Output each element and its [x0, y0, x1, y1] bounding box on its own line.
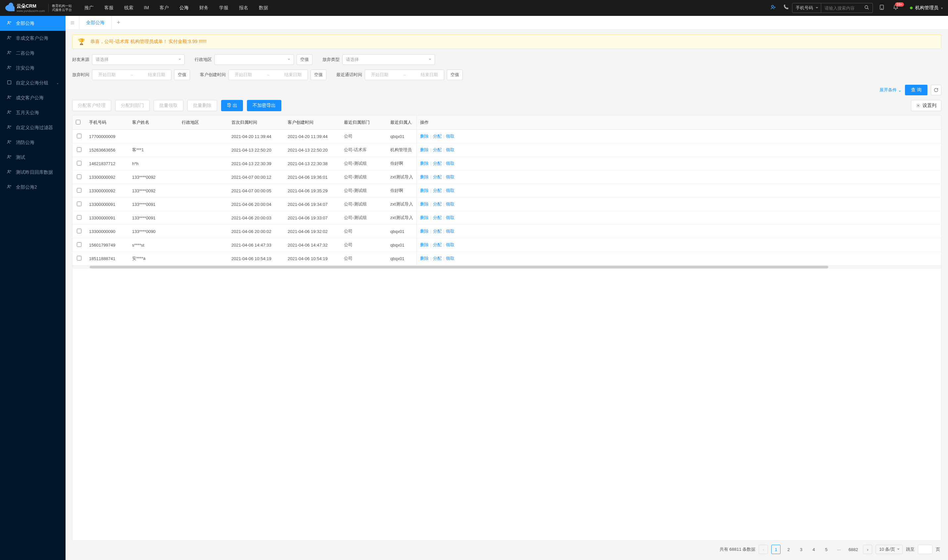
expand-filters-link[interactable]: 展开条件 ⌄ — [879, 87, 902, 93]
row-checkbox[interactable] — [77, 256, 82, 260]
claim-link[interactable]: 领取 — [446, 229, 454, 234]
nav-item-4[interactable]: 客户 — [155, 1, 174, 15]
claim-link[interactable]: 领取 — [446, 161, 454, 166]
row-checkbox[interactable] — [77, 161, 82, 166]
sidebar-item-10[interactable]: 测试昨日回库数据 — [0, 165, 66, 180]
sidebar-item-6[interactable]: 五月天公海 — [0, 105, 66, 120]
region-select[interactable] — [214, 54, 294, 65]
phone-icon[interactable] — [780, 0, 792, 15]
sidebar-item-5[interactable]: 成交客户公海 — [0, 90, 66, 105]
assign-link[interactable]: 分配 — [433, 188, 442, 193]
nav-item-8[interactable]: 报名 — [234, 1, 253, 15]
user-add-icon[interactable] — [767, 0, 780, 15]
delete-link[interactable]: 删除 — [420, 229, 429, 234]
nav-item-1[interactable]: 客服 — [100, 1, 118, 15]
columns-settings-button[interactable]: 设置列 — [911, 100, 941, 111]
assign-link[interactable]: 分配 — [433, 242, 442, 247]
horizontal-scrollbar[interactable] — [72, 265, 941, 269]
page-5-button[interactable]: 5 — [822, 545, 831, 554]
export-raw-button[interactable]: 不加密导出 — [247, 100, 282, 111]
sidebar-item-7[interactable]: 自定义公海过滤器 — [0, 120, 66, 135]
next-page-button[interactable]: › — [863, 545, 872, 554]
create-time-range[interactable]: 开始日期 ~ 结束日期 — [228, 69, 308, 80]
call-time-range[interactable]: 开始日期 ~ 结束日期 — [365, 69, 444, 80]
delete-link[interactable]: 删除 — [420, 161, 429, 166]
row-checkbox[interactable] — [77, 229, 82, 233]
assign-link[interactable]: 分配 — [433, 256, 442, 261]
page-last-button[interactable]: 6882 — [847, 545, 860, 554]
claim-link[interactable]: 领取 — [446, 202, 454, 206]
search-icon[interactable] — [861, 5, 873, 11]
assign-link[interactable]: 分配 — [433, 215, 442, 220]
nav-item-3[interactable]: IM — [139, 1, 154, 15]
page-ellipsis[interactable]: ··· — [834, 545, 843, 554]
tabs-menu-icon[interactable] — [66, 16, 80, 29]
tab-all-public[interactable]: 全部公海 — [80, 16, 112, 29]
row-checkbox[interactable] — [77, 202, 82, 206]
assign-manager-button[interactable]: 分配客户经理 — [72, 100, 111, 111]
row-checkbox[interactable] — [77, 215, 82, 220]
row-checkbox[interactable] — [77, 174, 82, 179]
assign-link[interactable]: 分配 — [433, 202, 442, 206]
claim-link[interactable]: 领取 — [446, 256, 454, 261]
assign-link[interactable]: 分配 — [433, 134, 442, 138]
claim-link[interactable]: 领取 — [446, 174, 454, 179]
sidebar-item-1[interactable]: 非成交客户公海 — [0, 31, 66, 46]
claim-link[interactable]: 领取 — [446, 147, 454, 152]
scrollbar-thumb[interactable] — [90, 266, 828, 268]
tab-add-button[interactable]: + — [112, 16, 125, 29]
delete-link[interactable]: 删除 — [420, 188, 429, 193]
abandon-time-range[interactable]: 开始日期 ~ 结束日期 — [92, 69, 171, 80]
sidebar-item-9[interactable]: 测试 — [0, 150, 66, 165]
row-checkbox[interactable] — [77, 134, 82, 138]
user-menu[interactable]: 机构管理员 ▾ — [905, 5, 943, 11]
call-time-empty-button[interactable]: 空值 — [447, 69, 463, 80]
row-checkbox[interactable] — [77, 242, 82, 247]
page-3-button[interactable]: 3 — [796, 545, 806, 554]
search-type-select[interactable]: 手机号码 — [793, 3, 821, 12]
nav-item-2[interactable]: 线索 — [120, 1, 138, 15]
select-all-checkbox[interactable] — [76, 120, 80, 125]
batch-delete-button[interactable]: 批量删除 — [187, 100, 217, 111]
sidebar-item-0[interactable]: 全部公海 — [0, 16, 66, 31]
batch-claim-button[interactable]: 批量领取 — [154, 100, 183, 111]
sidebar-item-4[interactable]: 自定义公海分组⌄ — [0, 75, 66, 90]
bell-icon[interactable]: 99+ — [891, 4, 901, 12]
nav-item-6[interactable]: 财务 — [195, 1, 213, 15]
tablet-icon[interactable] — [877, 4, 887, 12]
sidebar-item-8[interactable]: 消防公海 — [0, 135, 66, 150]
claim-link[interactable]: 领取 — [446, 134, 454, 138]
jump-page-input[interactable] — [918, 545, 933, 554]
delete-link[interactable]: 删除 — [420, 256, 429, 261]
export-button[interactable]: 导 出 — [221, 100, 243, 111]
nav-item-9[interactable]: 数据 — [254, 1, 273, 15]
assign-link[interactable]: 分配 — [433, 229, 442, 234]
assign-link[interactable]: 分配 — [433, 147, 442, 152]
nav-item-7[interactable]: 学服 — [214, 1, 233, 15]
sidebar-item-11[interactable]: 全部公海2 — [0, 180, 66, 195]
assign-link[interactable]: 分配 — [433, 174, 442, 179]
claim-link[interactable]: 领取 — [446, 215, 454, 220]
query-button[interactable]: 查 询 — [905, 85, 928, 95]
region-empty-button[interactable]: 空值 — [297, 54, 312, 65]
page-2-button[interactable]: 2 — [784, 545, 793, 554]
claim-link[interactable]: 领取 — [446, 188, 454, 193]
nav-item-0[interactable]: 推广 — [80, 1, 98, 15]
nav-item-5[interactable]: 公海 — [175, 1, 193, 15]
abandon-type-select[interactable]: 请选择 — [342, 54, 435, 65]
page-size-select[interactable]: 10 条/页 — [876, 545, 903, 554]
friend-source-select[interactable]: 请选择 — [92, 54, 185, 65]
claim-link[interactable]: 领取 — [446, 242, 454, 247]
create-time-empty-button[interactable]: 空值 — [311, 69, 326, 80]
search-input[interactable] — [821, 6, 861, 11]
delete-link[interactable]: 删除 — [420, 147, 429, 152]
assign-dept-button[interactable]: 分配到部门 — [115, 100, 149, 111]
page-1-button[interactable]: 1 — [771, 545, 780, 554]
row-checkbox[interactable] — [77, 188, 82, 192]
sidebar-item-2[interactable]: 二咨公海 — [0, 46, 66, 61]
delete-link[interactable]: 删除 — [420, 202, 429, 206]
delete-link[interactable]: 删除 — [420, 215, 429, 220]
prev-page-button[interactable]: ‹ — [759, 545, 768, 554]
row-checkbox[interactable] — [77, 147, 82, 152]
page-4-button[interactable]: 4 — [809, 545, 818, 554]
